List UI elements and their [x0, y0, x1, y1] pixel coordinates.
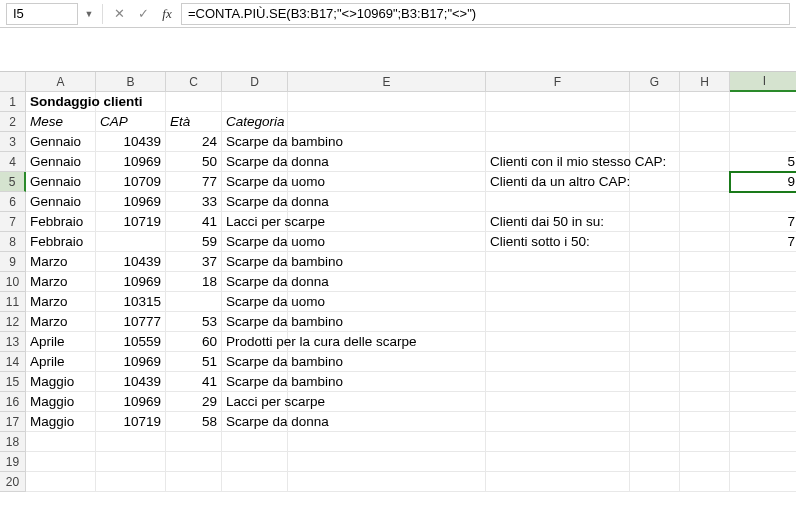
- row-header-16[interactable]: 16: [0, 392, 26, 412]
- cell-E3[interactable]: [288, 132, 486, 152]
- cell-B16[interactable]: 10969: [96, 392, 166, 412]
- cell-A20[interactable]: [26, 472, 96, 492]
- cell-D1[interactable]: [222, 92, 288, 112]
- cell-I20[interactable]: [730, 472, 796, 492]
- row-header-20[interactable]: 20: [0, 472, 26, 492]
- cell-G5[interactable]: [630, 172, 680, 192]
- fx-icon[interactable]: fx: [157, 4, 177, 24]
- cell-I14[interactable]: [730, 352, 796, 372]
- cell-F16[interactable]: [486, 392, 630, 412]
- cell-F2[interactable]: [486, 112, 630, 132]
- cell-B6[interactable]: 10969: [96, 192, 166, 212]
- cell-C14[interactable]: 51: [166, 352, 222, 372]
- cell-A17[interactable]: Maggio: [26, 412, 96, 432]
- row-header-1[interactable]: 1: [0, 92, 26, 112]
- cell-I15[interactable]: [730, 372, 796, 392]
- cell-E7[interactable]: [288, 212, 486, 232]
- cell-G6[interactable]: [630, 192, 680, 212]
- cell-I2[interactable]: [730, 112, 796, 132]
- col-header-B[interactable]: B: [96, 72, 166, 92]
- cell-A9[interactable]: Marzo: [26, 252, 96, 272]
- cell-F18[interactable]: [486, 432, 630, 452]
- row-header-11[interactable]: 11: [0, 292, 26, 312]
- cell-D3[interactable]: Scarpe da bambino: [222, 132, 288, 152]
- cell-F8[interactable]: Clienti sotto i 50:: [486, 232, 630, 252]
- cell-G1[interactable]: [630, 92, 680, 112]
- cell-B13[interactable]: 10559: [96, 332, 166, 352]
- cell-G16[interactable]: [630, 392, 680, 412]
- cell-G17[interactable]: [630, 412, 680, 432]
- row-header-17[interactable]: 17: [0, 412, 26, 432]
- cell-E16[interactable]: [288, 392, 486, 412]
- cell-D13[interactable]: Prodotti per la cura delle scarpe: [222, 332, 288, 352]
- cell-A4[interactable]: Gennaio: [26, 152, 96, 172]
- cell-B2[interactable]: CAP: [96, 112, 166, 132]
- cell-E8[interactable]: [288, 232, 486, 252]
- cell-E1[interactable]: [288, 92, 486, 112]
- cell-H8[interactable]: [680, 232, 730, 252]
- cell-A16[interactable]: Maggio: [26, 392, 96, 412]
- cell-I11[interactable]: [730, 292, 796, 312]
- cell-G10[interactable]: [630, 272, 680, 292]
- cell-C11[interactable]: [166, 292, 222, 312]
- cell-D9[interactable]: Scarpe da bambino: [222, 252, 288, 272]
- cell-F10[interactable]: [486, 272, 630, 292]
- cell-H18[interactable]: [680, 432, 730, 452]
- cell-A13[interactable]: Aprile: [26, 332, 96, 352]
- cell-D8[interactable]: Scarpe da uomo: [222, 232, 288, 252]
- cell-I3[interactable]: [730, 132, 796, 152]
- cell-F17[interactable]: [486, 412, 630, 432]
- cell-C16[interactable]: 29: [166, 392, 222, 412]
- cell-H15[interactable]: [680, 372, 730, 392]
- cell-F11[interactable]: [486, 292, 630, 312]
- cell-G11[interactable]: [630, 292, 680, 312]
- cell-I9[interactable]: [730, 252, 796, 272]
- cell-B1[interactable]: [96, 92, 166, 112]
- cell-B7[interactable]: 10719: [96, 212, 166, 232]
- cell-B12[interactable]: 10777: [96, 312, 166, 332]
- cell-B3[interactable]: 10439: [96, 132, 166, 152]
- cell-I17[interactable]: [730, 412, 796, 432]
- cell-C9[interactable]: 37: [166, 252, 222, 272]
- col-header-I[interactable]: I: [730, 72, 796, 92]
- cell-H2[interactable]: [680, 112, 730, 132]
- cell-B19[interactable]: [96, 452, 166, 472]
- cell-G8[interactable]: [630, 232, 680, 252]
- cell-D4[interactable]: Scarpe da donna: [222, 152, 288, 172]
- cell-I7[interactable]: 7: [730, 212, 796, 232]
- cell-C15[interactable]: 41: [166, 372, 222, 392]
- cell-E2[interactable]: [288, 112, 486, 132]
- cell-C17[interactable]: 58: [166, 412, 222, 432]
- cell-H19[interactable]: [680, 452, 730, 472]
- cell-C6[interactable]: 33: [166, 192, 222, 212]
- cell-G18[interactable]: [630, 432, 680, 452]
- cell-F3[interactable]: [486, 132, 630, 152]
- cell-A10[interactable]: Marzo: [26, 272, 96, 292]
- cell-D17[interactable]: Scarpe da donna: [222, 412, 288, 432]
- cell-G20[interactable]: [630, 472, 680, 492]
- cancel-icon[interactable]: ✕: [109, 4, 129, 24]
- cell-E20[interactable]: [288, 472, 486, 492]
- col-header-C[interactable]: C: [166, 72, 222, 92]
- row-header-6[interactable]: 6: [0, 192, 26, 212]
- cell-B5[interactable]: 10709: [96, 172, 166, 192]
- cell-C13[interactable]: 60: [166, 332, 222, 352]
- cell-B14[interactable]: 10969: [96, 352, 166, 372]
- name-box[interactable]: I5: [6, 3, 78, 25]
- cell-H11[interactable]: [680, 292, 730, 312]
- row-header-18[interactable]: 18: [0, 432, 26, 452]
- cell-E19[interactable]: [288, 452, 486, 472]
- cell-B18[interactable]: [96, 432, 166, 452]
- cell-D7[interactable]: Lacci per scarpe: [222, 212, 288, 232]
- cell-I8[interactable]: 7: [730, 232, 796, 252]
- cell-E11[interactable]: [288, 292, 486, 312]
- cell-D20[interactable]: [222, 472, 288, 492]
- select-all-corner[interactable]: [0, 72, 26, 92]
- cell-D19[interactable]: [222, 452, 288, 472]
- row-header-15[interactable]: 15: [0, 372, 26, 392]
- cell-A7[interactable]: Febbraio: [26, 212, 96, 232]
- cell-C12[interactable]: 53: [166, 312, 222, 332]
- spreadsheet-grid[interactable]: ABCDEFGHIJ1Sondaggio clienti2MeseCAPEtàC…: [0, 72, 796, 492]
- cell-F19[interactable]: [486, 452, 630, 472]
- cell-D11[interactable]: Scarpe da uomo: [222, 292, 288, 312]
